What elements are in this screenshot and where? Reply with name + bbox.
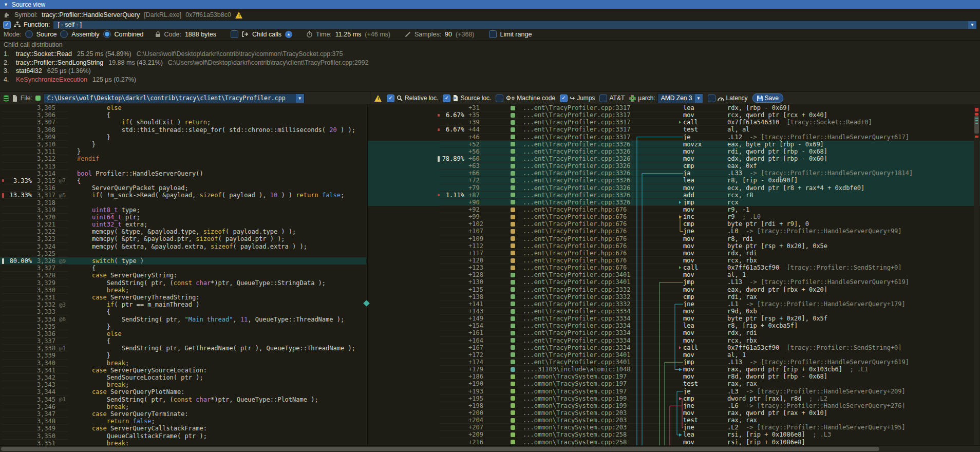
- source-line[interactable]: 3,319 uint8_t type;: [0, 206, 366, 214]
- att-checkbox[interactable]: [599, 95, 607, 102]
- assembly-row[interactable]: +63...ent\TracyProfiler.cpp:3326cmpeax, …: [368, 162, 980, 170]
- source-pane[interactable]: 3,305 else3,306 {3,307 if( shouldExit ) …: [0, 104, 366, 446]
- radio-source[interactable]: [25, 30, 33, 38]
- chevron-down-icon[interactable]: ▼: [695, 94, 703, 103]
- assembly-row[interactable]: +186...ommon\TracySystem.cpp:197movr8d, …: [368, 373, 980, 380]
- assembly-row[interactable]: +204...ommon\TracySystem.cpp:203testrax,…: [368, 417, 980, 424]
- assembly-row[interactable]: +39...ent\TracyProfiler.cpp:3317call0x7f…: [368, 119, 980, 126]
- source-line[interactable]: 3,342 SendSourceLocation( ptr );: [0, 374, 366, 381]
- source-line[interactable]: 13.33%3,317@5 if( !m_sock->Read( &payloa…: [0, 192, 366, 199]
- assembly-row[interactable]: +149...ent\TracyProfiler.cpp:3334movbyte…: [368, 315, 980, 322]
- machine-code-label[interactable]: Machine code: [517, 95, 555, 102]
- source-line[interactable]: 3,345@1 SendString( ptr, (const char*)pt…: [0, 396, 366, 403]
- source-loc-label[interactable]: Source loc.: [460, 95, 491, 102]
- source-line[interactable]: 3,330 break;: [0, 287, 366, 294]
- assembly-row[interactable]: +141...ent\TracyProfiler.cpp:3332jne.L1 …: [368, 300, 980, 308]
- source-line[interactable]: 3,348 return false;: [0, 418, 366, 425]
- assembly-row[interactable]: +135...ent\TracyProfiler.cpp:3332moveax,…: [368, 286, 980, 293]
- source-line[interactable]: 3,325: [0, 250, 366, 257]
- radio-assembly[interactable]: [60, 30, 68, 38]
- source-line[interactable]: 3,332@3 if( ptr == m_mainThread ): [0, 301, 366, 308]
- assembly-row[interactable]: +109...ent\TracyProfiler.hpp:676movr8, r…: [368, 235, 980, 242]
- assembly-row[interactable]: +46...ent\TracyProfiler.cpp:3317je.L12 -…: [368, 134, 980, 141]
- source-line[interactable]: 3,327 {: [0, 265, 366, 272]
- assembly-row[interactable]: 6.67%+44...ent\TracyProfiler.cpp:3317tes…: [368, 126, 980, 133]
- source-line[interactable]: 3,308 std::this_thread::sleep_for( std::…: [0, 126, 366, 134]
- relative-loc-label[interactable]: Relative loc.: [405, 95, 438, 102]
- source-line[interactable]: 3.33%3,315@7{: [0, 177, 366, 184]
- assembly-row[interactable]: +207...ommon\TracySystem.cpp:203jne.L2 -…: [368, 424, 980, 431]
- source-line[interactable]: 3,309 }: [0, 134, 366, 141]
- collapse-triangle-icon[interactable]: ▼: [4, 2, 8, 7]
- source-line[interactable]: 3,306 {: [0, 111, 366, 119]
- assembly-row[interactable]: +102...ent\TracyProfiler.hpp:676cmpbyte …: [368, 220, 980, 228]
- source-line[interactable]: 3,320 uint64_t ptr;: [0, 214, 366, 221]
- assembly-row[interactable]: +195...ommon\TracySystem.cpp:199cmpdword…: [368, 395, 980, 402]
- assembly-row[interactable]: +198...ommon\TracySystem.cpp:199jne.L6 -…: [368, 402, 980, 409]
- child-calls-up-button[interactable]: ▲: [285, 31, 292, 38]
- source-line[interactable]: 80.00%3,326@9 switch( type ): [0, 257, 366, 265]
- save-button[interactable]: Save: [752, 93, 783, 103]
- source-line[interactable]: 3,318: [0, 199, 366, 206]
- assembly-row[interactable]: +130...ent\TracyProfiler.cpp:3401jmp.L13…: [368, 278, 980, 286]
- source-line[interactable]: 3,347 case ServerQueryTerminate:: [0, 410, 366, 418]
- function-checkbox[interactable]: ✓: [3, 21, 11, 29]
- assembly-row[interactable]: +190...ommon\TracySystem.cpp:197testrax,…: [368, 380, 980, 387]
- assembly-row[interactable]: +161...ent\TracyProfiler.cpp:3334movrdx,…: [368, 329, 980, 336]
- source-line[interactable]: 3,335 }: [0, 323, 366, 330]
- assembly-row[interactable]: +123...ent\TracyProfiler.hpp:676call0x7f…: [368, 264, 980, 271]
- radio-source-label[interactable]: Source: [36, 31, 57, 38]
- source-line[interactable]: 3,322 memcpy( &type, &payload.type, size…: [0, 228, 366, 235]
- assembly-row[interactable]: +154...ent\TracyProfiler.cpp:3334lear8, …: [368, 322, 980, 329]
- assembly-row[interactable]: +112...ent\TracyProfiler.hpp:676movbyte …: [368, 242, 980, 250]
- radio-combined[interactable]: [103, 30, 111, 38]
- source-line[interactable]: 3,333 {: [0, 308, 366, 315]
- source-line[interactable]: 3,331 case ServerQueryThreadString:: [0, 294, 366, 301]
- source-line[interactable]: 3,344 case ServerQueryPlotName:: [0, 388, 366, 396]
- radio-combined-label[interactable]: Combined: [115, 31, 144, 38]
- assembly-row[interactable]: +66...ent\TracyProfiler.cpp:3326ja.L33 -…: [368, 170, 980, 177]
- source-line[interactable]: 3,336 else: [0, 330, 366, 337]
- assembly-row[interactable]: +72...ent\TracyProfiler.cpp:3326lear8, […: [368, 177, 980, 184]
- assembly-row[interactable]: +90...ent\TracyProfiler.cpp:3326jmprcx: [368, 199, 980, 206]
- source-line[interactable]: 3,321 uint32_t extra;: [0, 221, 366, 228]
- assembly-row[interactable]: +174...ent\TracyProfiler.cpp:3401jmp.L13…: [368, 359, 980, 366]
- jumps-label[interactable]: Jumps: [577, 95, 595, 102]
- att-label[interactable]: AT&T: [609, 95, 625, 102]
- assembly-row[interactable]: +172...ent\TracyProfiler.cpp:3401moval, …: [368, 351, 980, 359]
- file-select[interactable]: C:\Users\wolf\Desktop\darkrl\contrib\tra…: [44, 93, 305, 103]
- assembly-row[interactable]: +209...ommon\TracySystem.cpp:258learsi, …: [368, 431, 980, 438]
- source-line[interactable]: 3,339 }: [0, 352, 366, 359]
- jumps-checkbox[interactable]: ✓: [560, 95, 568, 102]
- assembly-scrollbar[interactable]: [974, 105, 979, 445]
- limit-range-label[interactable]: Limit range: [500, 31, 532, 38]
- assembly-row[interactable]: 6.67%+35...ent\TracyProfiler.cpp:3317mov…: [368, 111, 980, 119]
- source-line[interactable]: 3,324 memcpy( &extra, &payload.extra, si…: [0, 243, 366, 250]
- child-call-row[interactable]: 3.stat64i32625 µs (1.36%): [0, 67, 980, 76]
- chevron-down-icon[interactable]: ▼: [296, 94, 304, 103]
- assembly-row[interactable]: +79...ent\TracyProfiler.cpp:3326movecx, …: [368, 184, 980, 192]
- source-line[interactable]: 3,323 memcpy( &ptr, &payload.ptr, sizeof…: [0, 235, 366, 242]
- assembly-row[interactable]: +200...ommon\TracySystem.cpp:203movrax, …: [368, 409, 980, 417]
- child-call-row[interactable]: 2.tracy::Profiler::SendLongString19.88 m…: [0, 59, 980, 67]
- chevron-down-icon[interactable]: ▼: [968, 21, 976, 29]
- assembly-row[interactable]: +107...ent\TracyProfiler.hpp:676jne.L0 -…: [368, 228, 980, 235]
- uarch-select[interactable]: AMD Zen 3 ▼: [657, 93, 703, 103]
- source-line[interactable]: 3,350 QueueCallstackFrame( ptr );: [0, 432, 366, 439]
- radio-assembly-label[interactable]: Assembly: [71, 31, 99, 38]
- child-call-row[interactable]: 4.KeSynchronizeExecution125 µs (0.27%): [0, 76, 980, 84]
- child-call-row[interactable]: 1.tracy::Socket::Read25.25 ms (54.89%)C:…: [0, 50, 980, 59]
- assembly-row[interactable]: +120...ent\TracyProfiler.hpp:676movrcx, …: [368, 257, 980, 264]
- limit-range-checkbox[interactable]: [489, 30, 497, 38]
- machine-code-checkbox[interactable]: [496, 95, 503, 102]
- assembly-row[interactable]: +52...ent\TracyProfiler.cpp:3326movzxeax…: [368, 141, 980, 148]
- source-line[interactable]: 3,346 break;: [0, 403, 366, 410]
- assembly-row[interactable]: +92...ent\TracyProfiler.hpp:676movr9, -1: [368, 206, 980, 213]
- source-line[interactable]: 3,338@1 SendString( ptr, GetThreadName( …: [0, 345, 366, 352]
- assembly-row[interactable]: +179....31103\include\atomic:1048movrax,…: [368, 366, 980, 373]
- assembly-row[interactable]: +128...ent\TracyProfiler.cpp:3401moval, …: [368, 271, 980, 278]
- latency-checkbox[interactable]: [708, 95, 715, 102]
- child-calls-label[interactable]: Child calls: [252, 31, 281, 38]
- source-line[interactable]: 3,349 case ServerQueryCallstackFrame:: [0, 425, 366, 432]
- source-line[interactable]: 3,316 ServerQueryPacket payload;: [0, 184, 366, 192]
